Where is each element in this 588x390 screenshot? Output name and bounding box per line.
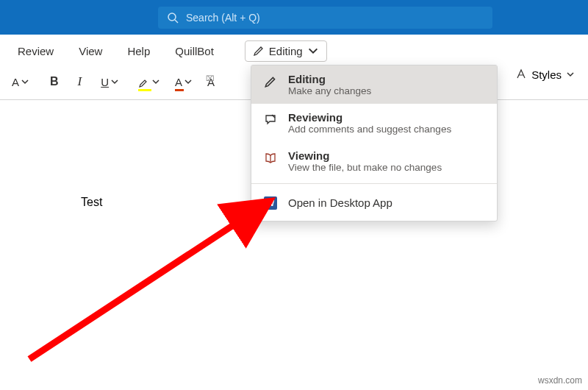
word-icon (263, 196, 278, 210)
tab-help[interactable]: Help (117, 39, 160, 63)
annotation-arrow (22, 190, 279, 374)
tab-review[interactable]: Review (7, 39, 64, 63)
menu-item-title: Reviewing (288, 111, 451, 124)
tab-view[interactable]: View (68, 39, 112, 63)
styles-button[interactable]: Styles (531, 68, 575, 81)
svg-point-0 (168, 13, 176, 21)
comment-icon (263, 113, 278, 127)
menu-item-desc: Add comments and suggest changes (288, 124, 451, 135)
menu-item-viewing[interactable]: Viewing View the file, but make no chang… (251, 142, 497, 180)
menu-divider (251, 183, 497, 184)
pencil-icon (253, 45, 265, 57)
chevron-down-icon (184, 77, 193, 86)
font-color-button[interactable]: A (171, 70, 193, 93)
tab-row: Review View Help QuillBot Editing (0, 35, 588, 67)
svg-line-1 (175, 20, 178, 23)
tab-quillbot[interactable]: QuillBot (165, 39, 224, 63)
book-icon (263, 151, 278, 166)
search-input[interactable]: Search (Alt + Q) (158, 7, 492, 29)
highlight-color-button[interactable] (134, 70, 160, 93)
chevron-down-icon (21, 77, 29, 86)
menu-item-desc: View the file, but make no changes (288, 162, 442, 173)
titlebar: Search (Alt + Q) (0, 0, 588, 35)
menu-item-title: Editing (288, 73, 371, 85)
svg-line-3 (29, 205, 265, 359)
chevron-down-icon (566, 70, 575, 79)
italic-button[interactable]: I (74, 70, 87, 93)
menu-item-desc: Make any changes (288, 85, 371, 96)
underline-button[interactable]: U (96, 70, 123, 93)
highlighter-icon (138, 76, 150, 88)
menu-item-reviewing[interactable]: Reviewing Add comments and suggest chang… (251, 104, 497, 142)
menu-item-title: Open in Desktop App (288, 196, 392, 209)
pencil-icon (263, 74, 278, 89)
bold-button[interactable]: B (46, 70, 63, 93)
editing-mode-label: Editing (269, 45, 303, 57)
chevron-down-icon (151, 77, 160, 86)
editing-mode-menu: Editing Make any changes Reviewing Add c… (251, 65, 498, 221)
chevron-down-icon (110, 77, 119, 86)
menu-item-open-desktop[interactable]: Open in Desktop App (251, 187, 497, 218)
right-toolbar: Styles (515, 68, 575, 81)
watermark: wsxdn.com (538, 375, 582, 386)
chevron-down-icon (307, 45, 319, 57)
clear-format-button[interactable]: A⌧ (203, 70, 219, 93)
search-icon (167, 12, 179, 24)
font-size-button[interactable]: A (7, 70, 34, 93)
editing-mode-button[interactable]: Editing (245, 40, 327, 62)
search-placeholder: Search (Alt + Q) (186, 12, 260, 24)
menu-item-editing[interactable]: Editing Make any changes (251, 65, 497, 104)
styles-icon (515, 68, 528, 81)
menu-item-title: Viewing (288, 149, 442, 162)
